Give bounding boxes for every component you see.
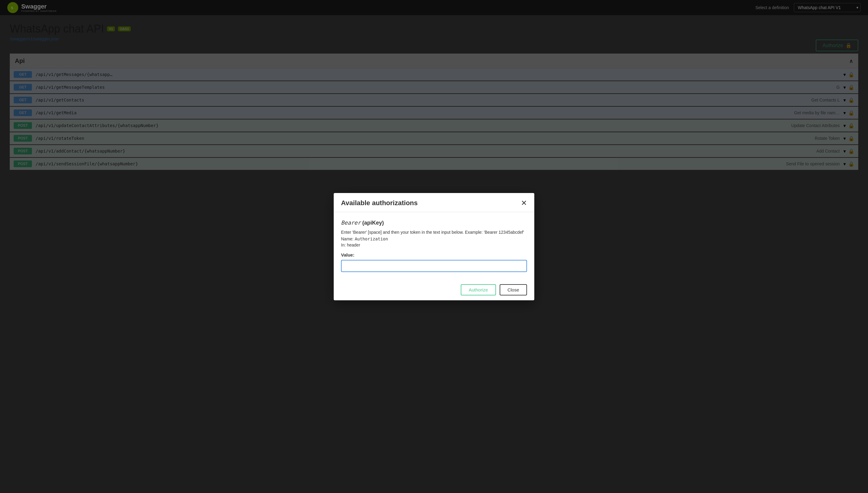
modal-header: Available authorizations ✕ [334, 193, 534, 212]
modal-close-button[interactable]: ✕ [521, 199, 527, 207]
modal-body: Bearer (apiKey) Enter 'Bearer' [space] a… [334, 212, 534, 279]
auth-description: Enter 'Bearer' [space] and then your tok… [341, 230, 527, 235]
auth-name-meta: Name: Authorization [341, 236, 527, 241]
scheme-type: (apiKey) [362, 220, 384, 226]
modal-footer: Authorize Close [334, 279, 534, 300]
modal-title: Available authorizations [341, 199, 418, 207]
in-label: In: [341, 242, 346, 248]
close-modal-button[interactable]: Close [500, 284, 527, 296]
auth-scheme-title: Bearer (apiKey) [341, 219, 527, 226]
name-label: Name: [341, 236, 353, 241]
authorize-modal-button[interactable]: Authorize [461, 284, 496, 296]
available-authorizations-modal: Available authorizations ✕ Bearer (apiKe… [334, 193, 534, 300]
value-input[interactable] [341, 260, 527, 272]
scheme-name: Bearer [341, 219, 361, 226]
in-value: header [347, 242, 360, 248]
name-value: Authorization [355, 236, 388, 241]
value-label: Value: [341, 252, 527, 257]
modal-overlay[interactable]: Available authorizations ✕ Bearer (apiKe… [0, 0, 868, 493]
auth-in-meta: In: header [341, 242, 527, 248]
